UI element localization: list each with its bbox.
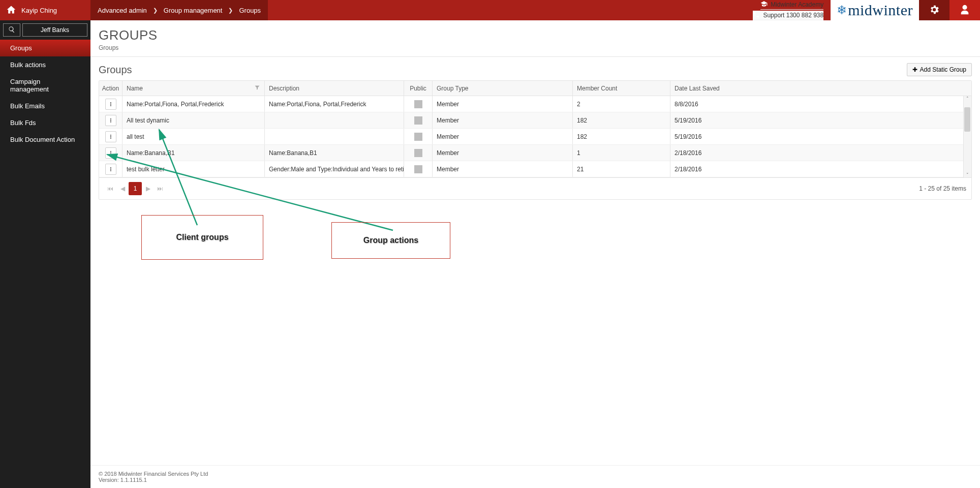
table-scrollbar[interactable]: ˄ ˅ [963, 96, 971, 177]
scroll-thumb[interactable] [964, 107, 970, 132]
cell-group-type: Member [433, 145, 573, 161]
col-description[interactable]: Description [265, 81, 404, 96]
cell-description: Name:Banana,B1 [265, 145, 404, 161]
profile-button[interactable] [950, 0, 980, 20]
snowflake-icon: ❄ [837, 3, 847, 17]
sidebar-item-bulk-emails[interactable]: Bulk Emails [0, 98, 90, 114]
annotation-label: Client groups [176, 233, 228, 242]
cell-member-count: 21 [573, 161, 670, 177]
cell-member-count: 182 [573, 112, 670, 128]
col-date-last-saved[interactable]: Date Last Saved [670, 81, 971, 96]
cell-group-type: Member [433, 112, 573, 128]
add-button-label: Add Static Group [920, 66, 966, 73]
brand-logo[interactable]: ❄ midwinter [831, 0, 919, 20]
cell-description: Name:Portal,Fiona, Portal,Frederick [265, 96, 404, 112]
pager: ⏮ ◀ 1 ▶ ⏭ 1 - 25 of 25 items [99, 177, 971, 199]
sidebar-nav: Groups Bulk actions Campaign management … [0, 40, 90, 148]
cell-date: 8/8/2016 [670, 96, 971, 112]
brand-text: midwinter [848, 2, 913, 19]
public-checkbox[interactable] [414, 133, 422, 141]
search-button[interactable] [3, 23, 20, 37]
groups-table: Action Name Description Public Group Typ… [99, 80, 972, 200]
cell-member-count: 1 [573, 145, 670, 161]
annotation-group-actions: Group actions [331, 222, 450, 259]
cell-name: all test [122, 129, 265, 144]
row-action-button[interactable]: ⁝ [105, 147, 116, 159]
table-row[interactable]: ⁝ Name:Banana,B1 Name:Banana,B1 Member 1… [99, 145, 971, 161]
public-checkbox[interactable] [414, 149, 422, 157]
breadcrumb-item[interactable]: Groups [239, 7, 261, 14]
footer-version: Version: 1.1.1115.1 [99, 477, 972, 483]
pager-current[interactable]: 1 [129, 182, 142, 195]
public-checkbox[interactable] [414, 116, 422, 125]
settings-button[interactable] [919, 0, 950, 20]
row-action-button[interactable]: ⁝ [105, 99, 116, 110]
sidebar-item-bulk-document-action[interactable]: Bulk Document Action [0, 131, 90, 148]
cell-description: Gender:Male and Type:Individual and Year… [265, 161, 404, 177]
user-icon [959, 4, 970, 17]
footer-copyright: © 2018 Midwinter Financial Services Pty … [99, 471, 972, 477]
sidebar-item-groups[interactable]: Groups [0, 40, 90, 56]
sidebar-item-campaign-management[interactable]: Campaign management [0, 73, 90, 98]
col-public[interactable]: Public [404, 81, 433, 96]
home-icon[interactable] [6, 5, 16, 16]
row-action-button[interactable]: ⁝ [105, 115, 116, 126]
page-subtitle: Groups [99, 44, 972, 51]
add-static-group-button[interactable]: ✚ Add Static Group [907, 63, 972, 76]
table-header: Action Name Description Public Group Typ… [99, 81, 971, 96]
sidebar-item-bulk-fds[interactable]: Bulk Fds [0, 114, 90, 131]
cell-member-count: 2 [573, 96, 670, 112]
cell-name: Name:Banana,B1 [122, 145, 265, 161]
col-name-label: Name [127, 85, 143, 92]
cell-description [265, 112, 404, 128]
table-row[interactable]: ⁝ all test Member 182 5/19/2016 [99, 129, 971, 145]
gear-icon [929, 4, 940, 17]
academy-link[interactable]: Midwinter Academy [771, 1, 823, 8]
cell-date: 2/18/2016 [670, 145, 971, 161]
col-action[interactable]: Action [99, 81, 122, 96]
cell-member-count: 182 [573, 129, 670, 144]
col-member-count[interactable]: Member Count [573, 81, 670, 96]
top-user-name: Kayip Ching [21, 7, 57, 14]
support-block: Midwinter Academy Support 1300 882 938 [746, 0, 831, 20]
table-row[interactable]: ⁝ test bulk letter Gender:Male and Type:… [99, 161, 971, 177]
chevron-down-icon[interactable]: ˅ [966, 172, 969, 177]
row-action-button[interactable]: ⁝ [105, 164, 116, 175]
cell-date: 2/18/2016 [670, 161, 971, 177]
phone-icon [753, 11, 760, 20]
content: GROUPS Groups Groups ✚ Add Static Group … [90, 20, 980, 488]
pager-next[interactable]: ▶ [142, 182, 154, 195]
search-icon [8, 26, 15, 35]
sidebar: Jeff Banks Groups Bulk actions Campaign … [0, 20, 90, 488]
public-checkbox[interactable] [414, 100, 422, 108]
col-group-type[interactable]: Group Type [433, 81, 573, 96]
chevron-right-icon: ❯ [228, 7, 233, 14]
cell-group-type: Member [433, 161, 573, 177]
breadcrumbs: Advanced admin ❯ Group management ❯ Grou… [90, 0, 268, 20]
cell-name: test bulk letter [122, 161, 265, 177]
breadcrumb-item[interactable]: Advanced admin [98, 7, 147, 14]
row-action-button[interactable]: ⁝ [105, 131, 116, 142]
topbar: Kayip Ching Advanced admin ❯ Group manag… [0, 0, 980, 20]
pager-prev[interactable]: ◀ [116, 182, 129, 195]
cell-name: Name:Portal,Fiona, Portal,Frederick [122, 96, 265, 112]
cell-description [265, 129, 404, 144]
annotation-client-groups: Client groups [141, 215, 263, 260]
cell-date: 5/19/2016 [670, 112, 971, 128]
sidebar-item-bulk-actions[interactable]: Bulk actions [0, 56, 90, 73]
filter-icon[interactable] [254, 84, 260, 92]
annotation-label: Group actions [363, 236, 418, 245]
col-name[interactable]: Name [122, 81, 265, 96]
pager-first[interactable]: ⏮ [104, 182, 116, 195]
table-row[interactable]: ⁝ Name:Portal,Fiona, Portal,Frederick Na… [99, 96, 971, 112]
page-title: GROUPS [99, 27, 972, 43]
table-row[interactable]: ⁝ All test dynamic Member 182 5/19/2016 [99, 112, 971, 129]
chevron-right-icon: ❯ [153, 7, 158, 14]
support-phone[interactable]: Support 1300 882 938 [763, 12, 823, 19]
client-selector[interactable]: Jeff Banks [22, 23, 87, 37]
breadcrumb-item[interactable]: Group management [164, 7, 223, 14]
chevron-up-icon[interactable]: ˄ [966, 96, 969, 101]
cell-name: All test dynamic [122, 112, 265, 128]
pager-last[interactable]: ⏭ [154, 182, 166, 195]
public-checkbox[interactable] [414, 165, 422, 173]
